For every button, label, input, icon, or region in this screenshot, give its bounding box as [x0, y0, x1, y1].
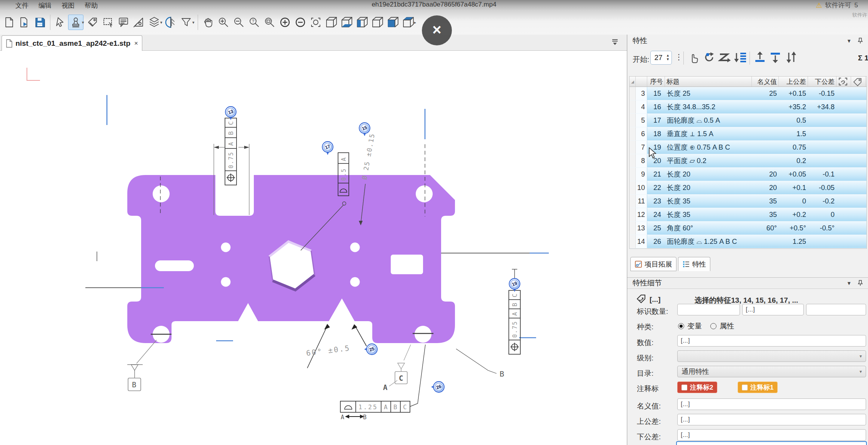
- upper-tol-input[interactable]: [677, 414, 866, 425]
- move-top-icon[interactable]: [753, 51, 766, 65]
- angle-dimension[interactable]: 60° ±0.5: [306, 324, 367, 368]
- small-hole[interactable]: [350, 277, 360, 287]
- note-chip-1[interactable]: 注释标1: [738, 382, 778, 393]
- tab-list-icon[interactable]: [611, 38, 619, 48]
- balloon-26[interactable]: 26: [431, 382, 444, 392]
- zoom-fit-icon[interactable]: [308, 15, 323, 30]
- open-document-icon[interactable]: [17, 15, 32, 30]
- table-row[interactable]: 11 23 长度 35 35 0 -0.2: [630, 195, 866, 208]
- cad-viewport[interactable]: C B A 0.75 A 0.5 Ø 25 ±0.15: [0, 51, 627, 445]
- small-hole[interactable]: [221, 243, 231, 252]
- table-row[interactable]: 13 25 角度 60° 60° +0.5° -0.5°: [630, 222, 866, 235]
- rotate-sync-icon[interactable]: [703, 51, 716, 65]
- menu-edit[interactable]: 编辑: [38, 1, 52, 10]
- marquee-select-icon[interactable]: [100, 15, 116, 30]
- view-cube-plain-icon[interactable]: [370, 15, 385, 30]
- id-count-input-2[interactable]: [742, 304, 804, 315]
- zoom-out-icon[interactable]: [231, 15, 247, 30]
- select-cursor-icon[interactable]: [53, 15, 68, 30]
- table-row[interactable]: 7 19 位置度 ⊕ 0.75 A B C 0.75: [630, 141, 866, 154]
- edge-label-b[interactable]: B: [456, 349, 504, 378]
- table-row[interactable]: 4 16 长度 34.8...35.2 +35.2 +34.8: [630, 100, 866, 114]
- pin-icon[interactable]: [858, 280, 863, 286]
- tab-properties[interactable]: 特性: [678, 257, 710, 271]
- new-document-icon[interactable]: [2, 15, 17, 30]
- start-spinner[interactable]: 27 ▲▼: [650, 51, 672, 65]
- note-chip-2[interactable]: 注释标2: [677, 382, 717, 393]
- filter-dropdown-caret[interactable]: ▾: [192, 20, 195, 25]
- nominal-input[interactable]: [677, 398, 866, 410]
- view-cube-bottom-icon[interactable]: [339, 15, 354, 30]
- table-row[interactable]: 6 18 垂直度 ⊥ 1.5 A 1.5: [630, 127, 866, 141]
- fcf-profile-bottom[interactable]: 1.25 A B C A B: [340, 345, 425, 421]
- move-bottom-icon[interactable]: [769, 51, 782, 65]
- value-input[interactable]: [677, 335, 866, 347]
- table-row[interactable]: 9 21 长度 20 20 +0.05 -0.1: [630, 168, 866, 181]
- tab-project-tree[interactable]: 项目拓展: [630, 257, 676, 271]
- stamp-dropdown-caret[interactable]: ▾: [82, 20, 84, 25]
- section-view-icon[interactable]: [163, 15, 178, 30]
- datum-a-label[interactable]: A: [383, 380, 397, 392]
- id-count-input-1[interactable]: [677, 304, 740, 315]
- filter-icon[interactable]: [178, 15, 194, 30]
- zoom-in-icon[interactable]: [216, 15, 231, 30]
- expand-circle-icon[interactable]: [277, 15, 293, 30]
- menu-help[interactable]: 帮助: [85, 1, 98, 10]
- highlight-selection-icon[interactable]: [836, 77, 851, 87]
- pan-hand-icon[interactable]: [200, 15, 216, 30]
- property-table-header[interactable]: ◢ 序号 标题 名义值 上公差 下公差: [630, 77, 866, 87]
- table-row[interactable]: 3 15 长度 25 25 +0.15 -0.15: [630, 87, 866, 100]
- view-cube-top-icon[interactable]: [400, 15, 416, 30]
- document-tab[interactable]: nist_ctc_01_asme1_ap242-e1.stp ×: [2, 35, 142, 51]
- datum-c-symbol[interactable]: C: [395, 345, 411, 384]
- lower-tol-input[interactable]: [677, 429, 866, 441]
- cutout-right[interactable]: [391, 255, 423, 274]
- checkbox-icon[interactable]: [681, 385, 687, 390]
- spinner-down-icon[interactable]: ▼: [666, 58, 670, 62]
- comment-icon[interactable]: [116, 15, 131, 30]
- radio-attribute[interactable]: [710, 323, 716, 329]
- spinner-menu-icon[interactable]: ⋮: [675, 52, 683, 62]
- table-row[interactable]: 10 22 长度 20 20 +0.1 -0.05: [630, 181, 866, 195]
- zoom-window-icon[interactable]: [262, 15, 277, 30]
- id-count-input-3[interactable]: [806, 304, 866, 315]
- z-order-icon[interactable]: [718, 51, 732, 65]
- hole-bottom-right[interactable]: [415, 326, 432, 343]
- collapse-circle-icon[interactable]: [293, 15, 308, 30]
- layers-dropdown-caret[interactable]: ▾: [160, 20, 163, 25]
- collapse-caret-icon[interactable]: ▼: [846, 280, 851, 286]
- hole-top-left[interactable]: [153, 185, 170, 202]
- radio-variable[interactable]: [678, 323, 684, 329]
- catalog-select[interactable]: 通用特性 ▾: [677, 366, 866, 377]
- collapse-caret-icon[interactable]: ▼: [846, 38, 851, 44]
- measure-icon[interactable]: [131, 15, 147, 30]
- checkbox-icon[interactable]: [742, 385, 748, 390]
- menu-view[interactable]: 视图: [62, 1, 75, 10]
- table-row[interactable]: 5 17 面轮廓度 ⌓ 0.5 A 0.5: [630, 114, 866, 127]
- menu-file[interactable]: 文件: [15, 1, 28, 10]
- balloon-19[interactable]: 19: [509, 278, 520, 292]
- save-icon[interactable]: [32, 15, 48, 30]
- tag-icon[interactable]: [851, 77, 866, 87]
- video-close-button[interactable]: ×: [422, 15, 452, 45]
- small-hole[interactable]: [221, 277, 231, 287]
- tag-icon[interactable]: [85, 15, 100, 30]
- views-dropdown-caret[interactable]: ▸: [414, 20, 417, 25]
- swap-order-icon[interactable]: [784, 51, 798, 65]
- view-cube-front-icon[interactable]: [323, 15, 339, 30]
- table-row[interactable]: 14 26 面轮廓度 ⌓ 1.25 A B C 1.25: [630, 235, 866, 248]
- table-row[interactable]: 8 20 平面度 ▱ 0.2 0.2: [630, 154, 866, 168]
- slot-left[interactable]: [155, 260, 194, 271]
- hole-top-right[interactable]: [416, 185, 433, 202]
- zoom-selection-icon[interactable]: ?: [247, 15, 262, 30]
- tab-close-icon[interactable]: ×: [134, 40, 138, 47]
- license-status[interactable]: ⚠ 软件许可 5: [816, 1, 858, 10]
- level-select[interactable]: ▾: [677, 350, 866, 362]
- view-cube-left-icon[interactable]: [354, 15, 370, 30]
- balloon-17[interactable]: 17: [322, 142, 333, 155]
- next-field-input[interactable]: [676, 441, 867, 445]
- pin-icon[interactable]: [858, 38, 863, 44]
- datum-b-symbol[interactable]: B: [127, 340, 157, 391]
- table-row[interactable]: 12 24 长度 35 35 +0.2 0: [630, 208, 866, 222]
- layers-icon[interactable]: [147, 15, 162, 30]
